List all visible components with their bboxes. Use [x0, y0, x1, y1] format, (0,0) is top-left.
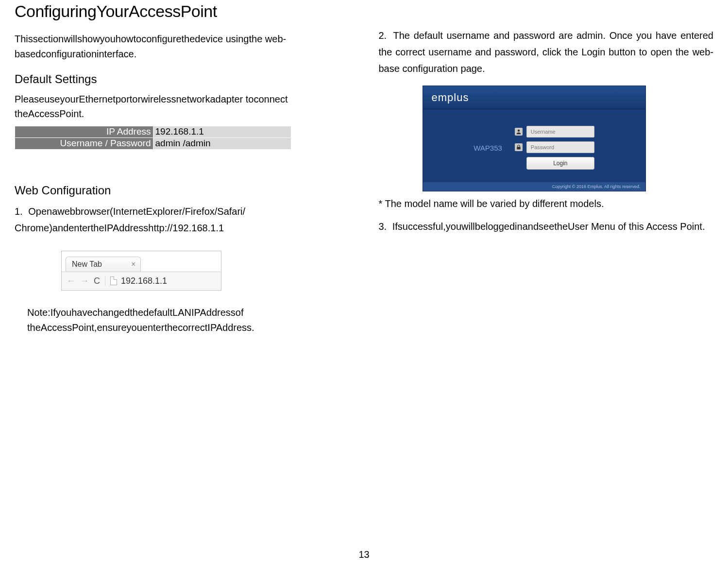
password-placeholder: Password	[531, 144, 554, 150]
address-bar[interactable]: 192.168.1.1	[105, 276, 216, 286]
model-name: WAP353	[474, 144, 502, 152]
step-3-text: Ifsuccessful,youwillbeloggedinandseetheU…	[392, 221, 705, 232]
svg-rect-1	[517, 147, 521, 149]
login-header: emplus	[423, 86, 645, 109]
forward-icon[interactable]: →	[80, 276, 89, 286]
browser-screenshot: New Tab × ← → C 192.168.1.1	[61, 251, 221, 291]
password-row: Password	[515, 141, 594, 153]
default-settings-text: PleaseuseyourEthernetportorwirelessnetwo…	[15, 92, 350, 121]
user-icon	[515, 128, 523, 136]
browser-tabstrip: New Tab ×	[62, 251, 221, 272]
model-note: * The model name will be varied by diffe…	[379, 198, 714, 209]
lock-icon	[515, 143, 523, 151]
brand-logo: emplus	[432, 91, 469, 104]
page-title: ConfiguringYourAccessPoint	[15, 2, 350, 21]
username-placeholder: Username	[531, 129, 556, 135]
ip-label: IP Address	[15, 126, 153, 138]
step-2: 2. The default username and password are…	[379, 27, 714, 77]
note-text: Note:IfyouhavechangedthedefaultLANIPAddr…	[27, 305, 350, 335]
heading-default-settings: Default Settings	[15, 72, 350, 86]
password-input[interactable]: Password	[526, 141, 594, 153]
browser-tab[interactable]: New Tab ×	[66, 257, 141, 272]
login-form: Username Password Login	[515, 126, 594, 170]
table-row: IP Address 192.168.1.1	[15, 126, 291, 138]
login-button-label: Login	[553, 160, 567, 167]
page-icon	[110, 276, 117, 285]
cred-value: admin /admin	[153, 138, 291, 149]
close-icon[interactable]: ×	[131, 260, 135, 268]
settings-table: IP Address 192.168.1.1 Username / Passwo…	[15, 126, 291, 150]
browser-toolbar: ← → C 192.168.1.1	[62, 272, 221, 290]
ip-value: 192.168.1.1	[153, 126, 291, 138]
back-icon[interactable]: ←	[67, 276, 75, 286]
intro-text: Thissectionwillshowyouhowtoconfigurethed…	[15, 32, 350, 62]
address-text: 192.168.1.1	[121, 276, 167, 286]
step-number-3: 3.	[379, 221, 387, 232]
tab-label: New Tab	[72, 260, 102, 269]
login-body: WAP353 Username	[423, 109, 645, 182]
table-row: Username / Password admin /admin	[15, 138, 291, 149]
step-number-1: 1.	[15, 206, 23, 217]
cred-label: Username / Password	[15, 138, 153, 149]
step-1-text: Openawebbrowser(InternetExplorer/Firefox…	[15, 206, 245, 233]
reload-icon[interactable]: C	[94, 276, 100, 286]
login-button[interactable]: Login	[526, 157, 594, 170]
heading-web-configuration: Web Configuration	[15, 184, 350, 197]
step-2-text: The default username and password are ad…	[379, 30, 714, 74]
username-row: Username	[515, 126, 594, 138]
step-number-2: 2.	[379, 30, 387, 41]
step-3: 3. Ifsuccessful,youwillbeloggedinandseet…	[379, 218, 714, 235]
login-footer: Copyright © 2016 Emplus. All rights rese…	[423, 182, 645, 191]
login-screenshot: emplus WAP353 Username	[423, 86, 646, 191]
svg-point-0	[518, 130, 520, 132]
page-number: 13	[0, 549, 728, 560]
username-input[interactable]: Username	[526, 126, 594, 138]
